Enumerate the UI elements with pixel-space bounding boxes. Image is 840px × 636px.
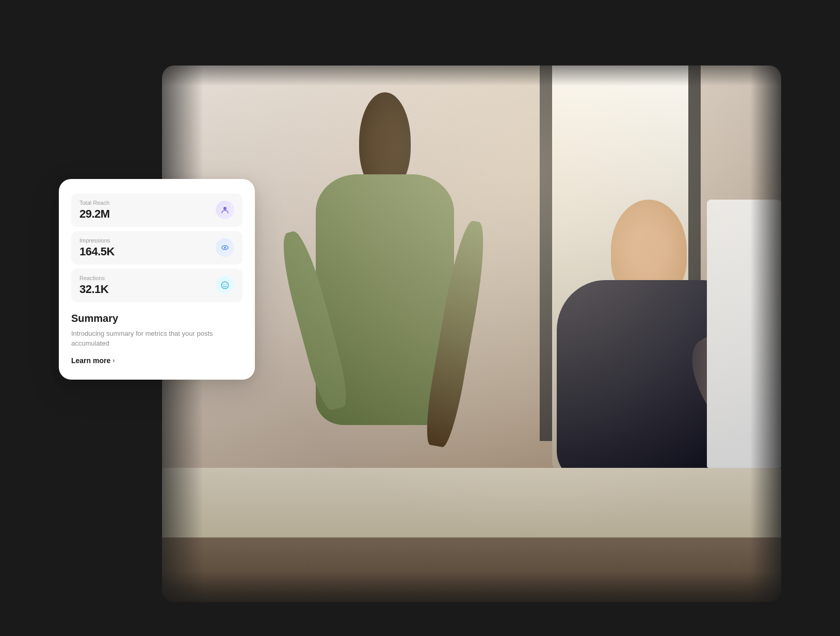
learn-more-link[interactable]: Learn more ›	[71, 356, 115, 365]
svg-point-2	[224, 247, 226, 249]
metric-value-reactions: 32.1K	[79, 283, 108, 296]
svg-point-3	[221, 282, 229, 289]
ui-card: Total Reach 29.2M Impressions 164.5K	[59, 179, 255, 380]
metric-content-impressions: Impressions 164.5K	[79, 237, 115, 258]
metric-label-impressions: Impressions	[79, 237, 115, 243]
metric-row-reactions: Reactions 32.1K	[71, 269, 243, 302]
metric-row-impressions: Impressions 164.5K	[71, 231, 243, 265]
svg-point-0	[223, 207, 227, 210]
scene-container: Total Reach 29.2M Impressions 164.5K	[59, 35, 781, 602]
metric-label-reach: Total Reach	[79, 200, 110, 206]
eye-circle-icon	[216, 238, 234, 257]
floor	[162, 537, 781, 602]
metric-content-reach: Total Reach 29.2M	[79, 200, 110, 221]
metric-content-reactions: Reactions 32.1K	[79, 275, 108, 296]
summary-section: Summary Introducing summary for metrics …	[71, 313, 243, 365]
office-scene	[162, 66, 781, 602]
metric-label-reactions: Reactions	[79, 275, 108, 281]
summary-description: Introducing summary for metrics that you…	[71, 329, 243, 349]
learn-more-label: Learn more	[71, 356, 110, 365]
metric-value-reach: 29.2M	[79, 207, 110, 221]
photo-card	[162, 66, 781, 602]
svg-point-5	[225, 284, 227, 285]
person-circle-icon	[216, 201, 234, 219]
chevron-right-icon: ›	[112, 357, 115, 364]
smile-circle-icon	[216, 276, 234, 295]
monitor	[707, 200, 781, 468]
svg-point-4	[223, 284, 224, 285]
metric-value-impressions: 164.5K	[79, 245, 115, 258]
metric-row-reach: Total Reach 29.2M	[71, 193, 243, 227]
desk	[162, 468, 781, 548]
summary-title: Summary	[71, 313, 243, 324]
